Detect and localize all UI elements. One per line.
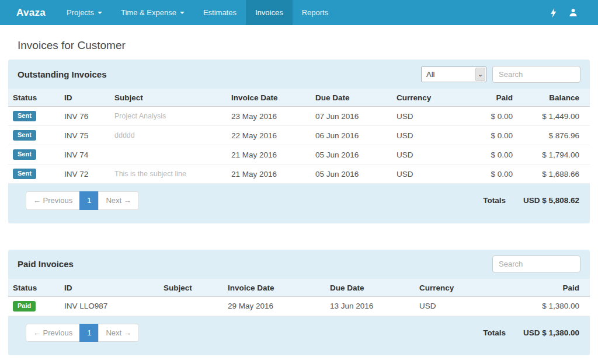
column-header-paid: Paid (508, 279, 590, 296)
table-row[interactable]: SentINV 7421 May 201605 Jun 2016USD$ 0.0… (8, 145, 590, 164)
column-header-id: ID (60, 89, 110, 107)
paid-panel-title: Paid Invoices (18, 259, 74, 269)
totals-value: USD $ 5,808.62 (523, 196, 579, 205)
column-header-subject: Subject (110, 89, 227, 107)
invoice-date-cell: 22 May 2016 (227, 126, 311, 145)
currency-cell: USD (415, 296, 508, 316)
nav-item-label: Invoices (255, 8, 283, 17)
table-row[interactable]: SentINV 72This is the subject line21 May… (8, 164, 590, 184)
invoice-date-cell: 23 May 2016 (227, 107, 311, 126)
column-header-currency: Currency (392, 89, 453, 107)
outstanding-totals: Totals USD $ 5,808.62 (483, 196, 579, 205)
column-header-status: Status (8, 279, 60, 296)
user-icon[interactable] (563, 0, 583, 25)
previous-page-button[interactable]: ← Previous (26, 191, 80, 210)
status-badge: Sent (13, 149, 36, 160)
next-page-button[interactable]: Next → (98, 191, 138, 210)
due-date-cell: 06 Jun 2016 (311, 126, 392, 145)
table-header-row: Status ID Subject Invoice Date Due Date … (8, 279, 590, 296)
totals-value: USD $ 1,380.00 (523, 328, 579, 337)
paid-cell: $ 1,380.00 (508, 296, 590, 316)
subject-cell (159, 296, 223, 316)
status-cell: Sent (8, 107, 60, 126)
status-badge: Paid (13, 301, 36, 312)
nav-item-label: Projects (67, 8, 94, 17)
currency-cell: USD (392, 164, 453, 184)
paid-cell: $ 0.00 (453, 107, 517, 126)
nav-right-icons (543, 0, 598, 25)
outstanding-panel-footer: ← Previous 1 Next → Totals USD $ 5,808.6… (8, 184, 590, 223)
paid-panel-controls (492, 256, 580, 272)
id-cell: INV 74 (60, 145, 110, 164)
paid-cell: $ 0.00 (453, 145, 517, 164)
chevron-down-icon: ⌄ (475, 68, 485, 81)
status-filter-select[interactable]: All ⌄ (421, 66, 486, 82)
column-header-balance: Balance (517, 89, 590, 107)
nav-item-projects[interactable]: Projects (57, 0, 112, 25)
column-header-due-date: Due Date (325, 279, 415, 296)
outstanding-invoices-table: Status ID Subject Invoice Date Due Date … (8, 89, 590, 184)
table-row[interactable]: SentINV 75ddddd22 May 201606 Jun 2016USD… (8, 126, 590, 145)
pagination: ← Previous 1 Next → (26, 324, 139, 342)
paid-invoices-table: Status ID Subject Invoice Date Due Date … (8, 279, 590, 316)
subject-cell: Project Analysis (110, 107, 227, 126)
id-cell: INV 76 (60, 107, 110, 126)
outstanding-panel-controls: All ⌄ (421, 66, 580, 83)
balance-cell: $ 1,794.00 (517, 145, 590, 164)
status-cell: Sent (8, 126, 60, 145)
invoice-date-cell: 29 May 2016 (223, 296, 325, 316)
due-date-cell: 05 Jun 2016 (311, 145, 392, 164)
next-page-button[interactable]: Next → (98, 324, 138, 342)
top-navbar: Avaza Projects Time & Expense Estimates … (0, 0, 598, 25)
previous-page-button[interactable]: ← Previous (26, 324, 80, 342)
bolt-icon[interactable] (543, 0, 563, 25)
nav-item-time-expense[interactable]: Time & Expense (112, 0, 194, 25)
pagination: ← Previous 1 Next → (26, 191, 139, 210)
outstanding-search-input[interactable] (492, 66, 580, 83)
paid-panel-footer: ← Previous 1 Next → Totals USD $ 1,380.0… (8, 316, 590, 356)
due-date-cell: 13 Jun 2016 (325, 296, 415, 316)
subject-cell (110, 145, 227, 164)
table-row[interactable]: SentINV 76Project Analysis23 May 201607 … (8, 107, 590, 126)
caret-down-icon (98, 12, 102, 14)
nav-item-label: Reports (302, 8, 329, 17)
page-number-button[interactable]: 1 (79, 324, 99, 342)
column-header-id: ID (60, 279, 159, 296)
outstanding-invoices-panel: Outstanding Invoices All ⌄ Status ID Sub… (8, 60, 590, 223)
nav-item-invoices[interactable]: Invoices (246, 0, 293, 25)
paid-cell: $ 0.00 (453, 164, 517, 184)
nav-item-label: Time & Expense (121, 8, 176, 17)
outstanding-panel-title: Outstanding Invoices (18, 69, 107, 79)
currency-cell: USD (392, 145, 453, 164)
nav-item-estimates[interactable]: Estimates (194, 0, 246, 25)
column-header-invoice-date: Invoice Date (227, 89, 311, 107)
page-number-button[interactable]: 1 (79, 191, 99, 210)
table-row[interactable]: PaidINV LLO98729 May 201613 Jun 2016USD$… (8, 296, 590, 316)
paid-cell: $ 0.00 (453, 126, 517, 145)
column-header-invoice-date: Invoice Date (223, 279, 325, 296)
id-cell: INV LLO987 (60, 296, 159, 316)
paid-search-input[interactable] (492, 256, 580, 272)
invoice-date-cell: 21 May 2016 (227, 164, 311, 184)
invoice-date-cell: 21 May 2016 (227, 145, 311, 164)
table-header-row: Status ID Subject Invoice Date Due Date … (8, 89, 590, 107)
id-cell: INV 72 (60, 164, 110, 184)
nav-item-reports[interactable]: Reports (293, 0, 338, 25)
column-header-currency: Currency (415, 279, 508, 296)
caret-down-icon (180, 12, 185, 14)
status-badge: Sent (13, 111, 36, 121)
paid-panel-header: Paid Invoices (8, 250, 590, 279)
status-cell: Sent (8, 164, 60, 184)
status-cell: Sent (8, 145, 60, 164)
currency-cell: USD (392, 107, 453, 126)
status-filter-value: All (422, 70, 475, 79)
brand-logo[interactable]: Avaza (0, 0, 57, 25)
totals-label: Totals (483, 196, 506, 205)
due-date-cell: 05 Jun 2016 (311, 164, 392, 184)
totals-label: Totals (483, 328, 506, 337)
due-date-cell: 07 Jun 2016 (311, 107, 392, 126)
balance-cell: $ 1,688.66 (517, 164, 590, 184)
balance-cell: $ 876.96 (517, 126, 590, 145)
currency-cell: USD (392, 126, 453, 145)
column-header-status: Status (8, 89, 60, 107)
